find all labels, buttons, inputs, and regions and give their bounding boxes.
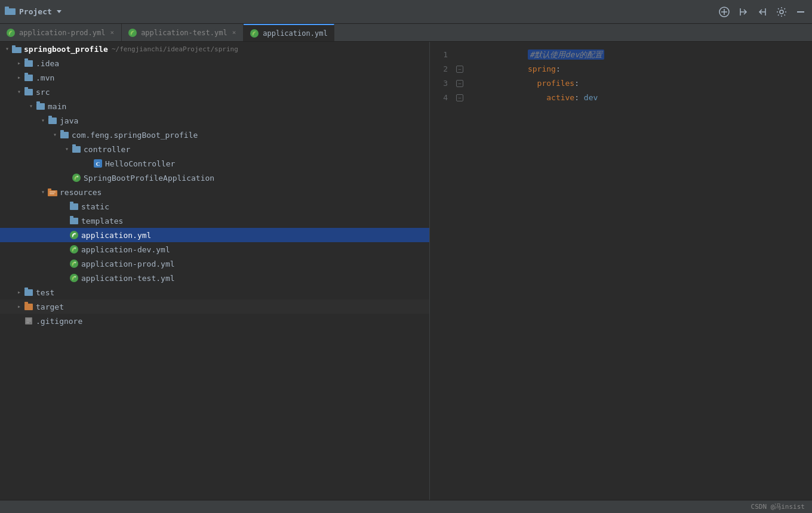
src-label: src	[36, 88, 50, 97]
idea-label: .idea	[36, 59, 59, 68]
static-folder-icon	[69, 202, 79, 211]
tree-controller[interactable]: controller	[0, 142, 429, 156]
close-tab-prod[interactable]: ×	[109, 29, 116, 36]
tree-main[interactable]: main	[0, 99, 429, 113]
svg-point-13	[250, 29, 259, 38]
tree-mvn[interactable]: .mvn	[0, 70, 429, 85]
fold-btn-3[interactable]: −	[456, 80, 463, 87]
prod-yml-label: application-prod.yml	[81, 259, 175, 268]
tree-dev-yml[interactable]: application-dev.yml	[0, 242, 429, 256]
svg-point-9	[780, 10, 783, 14]
main-content: springboot_profile ~/fengjianchi/ideaPro…	[0, 42, 812, 500]
close-tab-test[interactable]: ×	[231, 29, 238, 36]
tree-resources[interactable]: resources	[0, 185, 429, 199]
tree-app-class[interactable]: SpringBootProfileApplication	[0, 171, 429, 185]
java-arrow	[38, 116, 48, 125]
minimize-panel-button[interactable]	[794, 5, 807, 18]
line4-indent	[528, 93, 546, 102]
gitignore-icon	[24, 316, 33, 326]
tree-target[interactable]: target	[0, 299, 429, 314]
project-dropdown-icon[interactable]	[57, 10, 61, 13]
tab-prod-yml[interactable]: application-prod.yml ×	[0, 24, 122, 41]
tab-bar: application-prod.yml × application-test.…	[0, 24, 812, 42]
tab-test-yml[interactable]: application-test.yml ×	[122, 24, 244, 41]
svg-point-27	[75, 248, 76, 249]
fold-btn-4[interactable]: −	[456, 94, 463, 101]
svg-point-18	[72, 174, 81, 182]
templates-folder-icon	[69, 216, 79, 225]
code-editor[interactable]: #默认使用dev的配置 spring: profiles:	[466, 47, 812, 495]
java-folder-icon	[48, 116, 57, 125]
tree-root[interactable]: springboot_profile ~/fengjianchi/ideaPro…	[0, 42, 429, 56]
target-folder-icon	[24, 302, 33, 311]
test-yml-arrow	[60, 273, 69, 283]
test-folder-label: test	[36, 288, 54, 297]
tree-prod-yml[interactable]: application-prod.yml	[0, 256, 429, 271]
target-label: target	[36, 302, 64, 311]
mvn-arrow	[14, 73, 24, 82]
gitignore-arrow	[14, 316, 24, 326]
target-arrow	[14, 302, 24, 311]
project-label: Project	[19, 7, 52, 16]
svg-point-11	[7, 29, 15, 37]
resources-label: resources	[60, 188, 102, 197]
tree-application-yml[interactable]: application.yml	[0, 228, 429, 242]
project-panel-header[interactable]: Project	[5, 7, 61, 17]
dev-yml-arrow	[60, 245, 69, 254]
dev-yml-label: application-dev.yml	[81, 245, 170, 254]
tree-hello-controller[interactable]: C HelloController	[0, 156, 429, 171]
svg-point-31	[75, 276, 76, 278]
root-folder-icon	[12, 44, 21, 54]
add-content-button[interactable]	[718, 5, 731, 18]
pkg-label: com.feng.springBoot_profile	[72, 131, 198, 140]
mvn-label: .mvn	[36, 73, 54, 82]
tree-idea[interactable]: .idea	[0, 56, 429, 70]
templates-label: templates	[81, 217, 123, 225]
toolbar: Project	[0, 0, 812, 24]
svg-rect-22	[50, 191, 56, 193]
idea-folder-icon	[24, 58, 33, 68]
fold-btn-2[interactable]: −	[456, 66, 463, 73]
controller-label: controller	[84, 145, 130, 154]
line4-key: active	[546, 93, 574, 102]
attribution: CSDN @冯insist	[751, 502, 805, 511]
spring-icon-app	[250, 29, 259, 38]
tree-pkg[interactable]: com.feng.springBoot_profile	[0, 128, 429, 142]
svg-point-28	[70, 259, 78, 268]
tree-test-yml[interactable]: application-test.yml	[0, 271, 429, 285]
editor-content[interactable]: 1 2 3 4 − − −	[430, 42, 812, 500]
svg-point-19	[77, 176, 79, 178]
tree-src[interactable]: src	[0, 85, 429, 99]
scroll-to-source-button[interactable]	[756, 5, 769, 18]
settings-button[interactable]	[775, 5, 788, 18]
tree-java[interactable]: java	[0, 113, 429, 128]
tab-prod-label: application-prod.yml	[19, 29, 106, 37]
tree-templates[interactable]: templates	[0, 214, 429, 228]
app-yml-label: application.yml	[81, 231, 151, 240]
svg-point-24	[70, 231, 78, 239]
app-class-label: SpringBootProfileApplication	[84, 174, 214, 183]
svg-rect-21	[48, 188, 51, 191]
scroll-from-source-button[interactable]	[737, 5, 750, 18]
hello-class-icon: C	[93, 159, 103, 168]
line-numbers: 1 2 3 4	[430, 47, 454, 495]
static-arrow	[60, 202, 69, 211]
project-folder-icon	[5, 7, 16, 17]
prod-yml-arrow	[60, 259, 69, 268]
spring-icon-prod	[6, 28, 16, 38]
svg-point-25	[75, 233, 76, 235]
svg-text:C: C	[96, 161, 100, 167]
tab-app-yml[interactable]: application.yml	[244, 24, 334, 41]
tree-test-folder[interactable]: test	[0, 285, 429, 299]
tab-test-label: application-test.yml	[141, 29, 227, 37]
editor-panel: 1 2 3 4 − − −	[430, 42, 812, 500]
tree-static[interactable]: static	[0, 199, 429, 214]
hello-arrow	[84, 159, 93, 168]
gitignore-label: .gitignore	[36, 317, 82, 326]
tree-gitignore[interactable]: .gitignore	[0, 314, 429, 328]
dev-yml-icon	[69, 245, 79, 254]
idea-arrow	[14, 58, 24, 68]
mvn-folder-icon	[24, 73, 33, 82]
controller-folder-icon	[72, 144, 81, 154]
svg-rect-1	[5, 7, 9, 10]
